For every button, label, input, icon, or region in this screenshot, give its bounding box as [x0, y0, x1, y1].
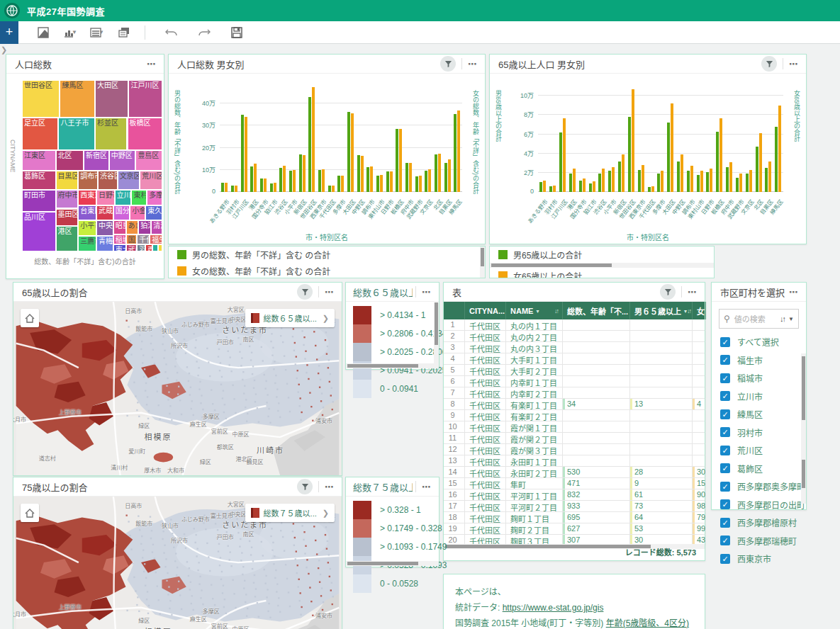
treemap-cell[interactable]: 武蔵野市 [96, 205, 113, 221]
treemap-cell[interactable]: 足立区 [22, 118, 58, 150]
stats-data-link[interactable]: https://www.e-stat.go.jp/gis [503, 603, 604, 613]
filter-icon[interactable] [761, 56, 777, 72]
table-row[interactable]: 9千代田区有楽町２丁目 [444, 410, 705, 421]
bar-group[interactable] [696, 81, 703, 192]
treemap-cell[interactable]: 八王子市 [58, 118, 94, 150]
bar-group[interactable] [745, 81, 752, 192]
filter-icon[interactable] [297, 284, 313, 300]
bar-group[interactable] [706, 81, 713, 192]
home-button[interactable] [21, 309, 39, 327]
treemap-cell[interactable]: 豊島区 [135, 150, 162, 171]
redo-button[interactable] [194, 24, 215, 41]
filter-item[interactable]: ✓西多摩郡日の出町 [712, 496, 806, 514]
panel-menu-button[interactable]: ⋯ [685, 287, 700, 298]
bar-group[interactable] [667, 81, 674, 192]
filter-icon[interactable] [297, 479, 313, 494]
bar-group[interactable] [559, 81, 566, 192]
scrollbar[interactable] [434, 302, 439, 365]
treemap-cell[interactable]: 新宿区 [84, 150, 109, 171]
table-row[interactable]: 7千代田区内幸町２丁目 [444, 387, 705, 399]
add-chart-button[interactable]: ▼ [60, 24, 81, 41]
treemap-cell[interactable]: 中央区 [96, 220, 113, 236]
column-header[interactable]: 男６５歳以上▾↓↑ [630, 302, 693, 319]
sort-icon[interactable]: ↓↑ [780, 314, 785, 323]
checkbox[interactable]: ✓ [720, 499, 730, 509]
treemap-cell[interactable]: 小金井市 [130, 205, 145, 221]
checkbox[interactable]: ✓ [720, 373, 730, 383]
undo-button[interactable] [161, 24, 182, 41]
treemap-cell[interactable]: 福生市 [150, 234, 162, 245]
bar-group[interactable] [775, 81, 782, 192]
column-menu-caret[interactable]: ▾ [536, 308, 539, 314]
table-row[interactable]: 15千代田区隼町471915 [444, 478, 705, 489]
bar-group[interactable] [327, 81, 335, 192]
bar-group[interactable] [318, 81, 325, 192]
treemap-cell[interactable]: 文京区 [118, 171, 140, 190]
bar-group[interactable] [755, 81, 762, 192]
bar-group[interactable] [405, 81, 413, 192]
bar-group[interactable] [454, 81, 461, 192]
treemap-cell[interactable]: 江東区 [22, 150, 56, 171]
bar-group[interactable] [588, 81, 595, 192]
filter-item[interactable]: ✓練馬区 [712, 405, 806, 424]
bar-group[interactable] [677, 81, 684, 192]
chart2-plot-area[interactable]: 02万4万6万8万10万 [538, 81, 783, 192]
treemap-cell[interactable]: 千代田区 [137, 234, 150, 245]
bar-group[interactable] [337, 81, 345, 192]
bar-group[interactable] [637, 81, 644, 192]
filter-item[interactable]: ✓西多摩郡瑞穂町 [712, 532, 806, 550]
scrollbar[interactable] [801, 353, 806, 504]
bar-group[interactable] [686, 81, 693, 192]
checkbox[interactable]: ✓ [720, 409, 730, 419]
bar-group[interactable] [415, 81, 422, 192]
treemap-cell[interactable]: 稲城市 [113, 234, 126, 245]
bar-group[interactable] [396, 81, 403, 192]
checkbox[interactable]: ✓ [720, 463, 730, 473]
treemap-cell[interactable]: 調布市 [78, 171, 98, 190]
sort-icon[interactable]: ↓↑ [687, 307, 692, 314]
column-header[interactable]: 女６ [693, 302, 706, 319]
bar-group[interactable] [435, 81, 442, 192]
bar-group[interactable] [569, 81, 576, 192]
bar-group[interactable] [298, 81, 306, 192]
table-row[interactable]: 12千代田区霞が関３丁目 [444, 444, 705, 455]
treemap-cell[interactable] [152, 244, 158, 251]
filter-item[interactable]: ✓羽村市 [712, 424, 806, 442]
treemap-cell[interactable]: 府中市 [56, 190, 79, 209]
legend-scrollbar[interactable] [490, 263, 714, 268]
map-legend-chip[interactable]: 総数７５歳以... ❯ [245, 504, 335, 522]
treemap-cell[interactable]: 西東京 [145, 244, 152, 251]
bar-group[interactable] [347, 81, 354, 192]
treemap-cell[interactable]: 東村山市 [131, 190, 147, 205]
treemap-cell[interactable]: 葛飾区 [22, 171, 56, 190]
table-row[interactable]: 4千代田区大手町１丁目 [444, 353, 705, 365]
treemap-cell[interactable]: 品川区 [22, 212, 56, 251]
panel-menu-button[interactable]: ⋯ [419, 287, 435, 298]
table-row[interactable]: 17千代田区平河町２丁目9337398 [444, 501, 705, 512]
treemap-cell[interactable]: 青梅市 [96, 236, 113, 251]
checkbox[interactable]: ✓ [720, 536, 730, 545]
home-button[interactable] [21, 504, 39, 522]
treemap-cell[interactable]: 中野区 [109, 150, 136, 171]
treemap-cell[interactable]: 小平市 [78, 220, 96, 236]
bar-group[interactable] [269, 81, 276, 192]
table-row[interactable]: 10千代田区霞が関１丁目 [444, 421, 705, 433]
bar-group[interactable] [221, 81, 228, 192]
bar-group[interactable] [726, 81, 733, 192]
treemap-cell[interactable]: 渋谷区 [98, 171, 118, 190]
table-row[interactable]: 14千代田区永田町２丁目5302830 [444, 467, 705, 478]
treemap-cell[interactable] [158, 244, 162, 251]
add-list-button[interactable]: ▼ [86, 24, 108, 41]
bar-group[interactable] [578, 81, 586, 192]
treemap-cell[interactable]: 北区 [56, 150, 84, 171]
treemap-cell[interactable]: 武蔵村山市 [126, 244, 138, 251]
add-element-button[interactable]: + [0, 21, 18, 44]
filter-search-box[interactable]: ⚲ 値の検索 ↓↑ ▼ [719, 309, 799, 329]
bar-group[interactable] [250, 81, 257, 192]
legend-scrollbar[interactable] [480, 246, 485, 278]
treemap-cell[interactable]: 多摩市 [147, 190, 162, 205]
bar-group[interactable] [308, 81, 315, 192]
treemap-cell[interactable]: 国立市 [126, 234, 138, 245]
treemap-cell[interactable]: 練馬区 [60, 80, 95, 118]
treemap-cell[interactable]: 町田市 [22, 190, 56, 212]
